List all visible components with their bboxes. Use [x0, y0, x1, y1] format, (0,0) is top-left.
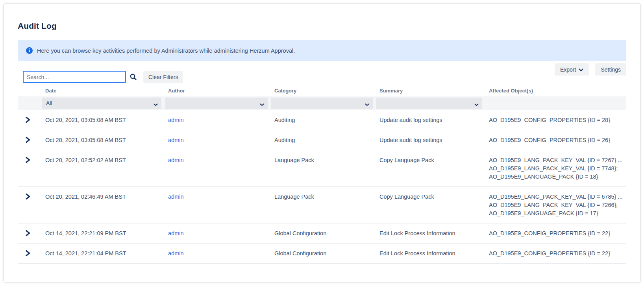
clear-filters-button[interactable]: Clear Filters: [143, 71, 183, 83]
row-author-link[interactable]: admin: [168, 194, 184, 200]
category-filter-select[interactable]: [271, 98, 373, 109]
expand-cell: [18, 229, 42, 238]
chevron-down-icon: [579, 66, 583, 73]
row-category: Global Configuration: [271, 249, 376, 258]
expand-row-button[interactable]: [24, 249, 31, 256]
row-affected-objects: AO_D195E9_CONFIG_PROPERTIES {ID = 28}: [486, 116, 626, 124]
expand-cell: [18, 116, 42, 124]
row-author-cell: admin: [165, 136, 271, 144]
page-title: Audit Log: [18, 21, 626, 31]
audit-log-panel: Audit Log i Here you can browse key acti…: [3, 3, 641, 282]
actions-area: Export Settings: [555, 63, 626, 76]
row-author-cell: admin: [165, 229, 271, 238]
search-icon[interactable]: [130, 73, 137, 81]
row-summary: Edit Lock Process Information: [376, 229, 486, 238]
table-row: Oct 20, 2021, 03:05:08 AM BST admin Audi…: [18, 110, 626, 130]
export-button[interactable]: Export: [555, 63, 589, 76]
row-affected-objects: AO_D195E9_CONFIG_PROPERTIES {ID = 22}: [486, 229, 626, 238]
row-affected-objects: AO_D195E9_CONFIG_PROPERTIES {ID = 26}: [486, 136, 626, 144]
summary-filter-select[interactable]: [376, 98, 482, 109]
row-category: Auditing: [271, 116, 376, 124]
row-author-link[interactable]: admin: [168, 250, 184, 256]
table-body: Oct 20, 2021, 03:05:08 AM BST admin Audi…: [18, 110, 626, 264]
info-banner: i Here you can browse key activities per…: [18, 40, 626, 61]
chevron-down-icon: [474, 101, 479, 107]
expand-cell: [18, 249, 42, 258]
row-date: Oct 14, 2021, 22:21:04 PM BST: [42, 249, 165, 258]
table-row: Oct 20, 2021, 02:52:02 AM BST admin Lang…: [18, 150, 626, 187]
column-header-category: Category: [271, 88, 376, 94]
chevron-down-icon: [154, 101, 158, 107]
row-author-link[interactable]: admin: [168, 117, 184, 123]
row-date: Oct 20, 2021, 03:05:08 AM BST: [42, 116, 165, 124]
row-affected-objects: AO_D195E9_LANG_PACK_KEY_VAL {ID = 6785} …: [486, 193, 626, 218]
row-date: Oct 20, 2021, 02:46:49 AM BST: [42, 193, 165, 218]
row-date: Oct 20, 2021, 02:52:02 AM BST: [42, 156, 165, 181]
row-summary: Copy Language Pack: [376, 156, 486, 181]
row-summary: Update audit log settings: [376, 136, 486, 144]
row-affected-objects: AO_D195E9_LANG_PACK_KEY_VAL {ID = 7267} …: [486, 156, 626, 181]
toolbar: Clear Filters Export Settings: [18, 63, 626, 85]
column-header-summary: Summary: [376, 88, 486, 94]
row-author-link[interactable]: admin: [168, 230, 184, 236]
author-filter-select[interactable]: [165, 98, 268, 109]
date-filter-value: All: [46, 100, 52, 106]
row-category: Language Pack: [271, 156, 376, 181]
row-summary: Edit Lock Process Information: [376, 249, 486, 258]
date-filter-select[interactable]: All: [42, 98, 161, 109]
column-header-author: Author: [165, 88, 271, 94]
column-header-affected-objects: Affected Object(s): [486, 88, 626, 94]
expand-row-button[interactable]: [24, 229, 31, 236]
row-author-cell: admin: [165, 116, 271, 124]
settings-button[interactable]: Settings: [595, 63, 626, 76]
row-author-cell: admin: [165, 249, 271, 258]
info-banner-text: Here you can browse key activities perfo…: [37, 48, 295, 54]
row-author-cell: admin: [165, 193, 271, 218]
row-affected-objects: AO_D195E9_CONFIG_PROPERTIES {ID = 22}: [486, 249, 626, 258]
chevron-down-icon: [365, 101, 369, 107]
row-author-cell: admin: [165, 156, 271, 181]
table-row: Oct 14, 2021, 22:21:04 PM BST admin Glob…: [18, 244, 626, 264]
table-row: Oct 20, 2021, 02:46:49 AM BST admin Lang…: [18, 187, 626, 223]
row-summary: Copy Language Pack: [376, 193, 486, 218]
expand-row-button[interactable]: [24, 136, 31, 143]
expand-row-button[interactable]: [24, 193, 31, 200]
table-row: Oct 20, 2021, 03:05:08 AM BST admin Audi…: [18, 130, 626, 150]
row-category: Auditing: [271, 136, 376, 144]
expand-row-button[interactable]: [24, 116, 31, 123]
row-category: Global Configuration: [271, 229, 376, 238]
info-icon: i: [26, 47, 33, 54]
column-header-date: Date: [42, 88, 165, 94]
chevron-down-icon: [260, 101, 264, 107]
expand-row-button[interactable]: [24, 156, 31, 163]
row-date: Oct 20, 2021, 03:05:08 AM BST: [42, 136, 165, 144]
export-button-label: Export: [560, 66, 576, 73]
table-filter-row: All: [18, 96, 626, 110]
row-category: Language Pack: [271, 193, 376, 218]
row-author-link[interactable]: admin: [168, 157, 184, 163]
table-header-row: Date Author Category Summary Affected Ob…: [18, 85, 626, 96]
expand-cell: [18, 136, 42, 144]
expand-cell: [18, 156, 42, 181]
search-area: Clear Filters: [23, 71, 183, 83]
search-input[interactable]: [23, 71, 126, 83]
row-summary: Update audit log settings: [376, 116, 486, 124]
audit-log-table: Date Author Category Summary Affected Ob…: [18, 85, 626, 264]
table-row: Oct 14, 2021, 22:21:09 PM BST admin Glob…: [18, 223, 626, 244]
row-date: Oct 14, 2021, 22:21:09 PM BST: [42, 229, 165, 238]
expand-cell: [18, 193, 42, 218]
row-author-link[interactable]: admin: [168, 137, 184, 143]
